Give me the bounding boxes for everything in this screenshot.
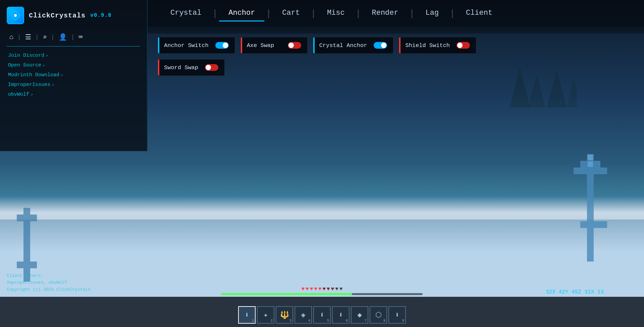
link-improperissues[interactable]: ImproperIssues bbox=[8, 82, 140, 88]
top-nav: Crystal | Anchor | Cart | Misc | Render … bbox=[148, 0, 644, 27]
hotbar-slot-3[interactable]: 🔱3 bbox=[276, 306, 293, 324]
link-discord[interactable]: Join Discord bbox=[8, 53, 140, 58]
sidebar-icon-user[interactable]: 👤 bbox=[56, 32, 70, 43]
content-area: Anchor Switch Axe Swap Crystal Anchor Sh… bbox=[148, 27, 644, 327]
toggle-anchor-switch[interactable] bbox=[215, 42, 229, 49]
heart-1: ♥ bbox=[301, 286, 305, 292]
hotbar-slot-6[interactable]: ⬇6 bbox=[332, 306, 350, 324]
hotbar-slot-1[interactable]: ⬇1 bbox=[238, 306, 256, 324]
svg-rect-32 bbox=[23, 248, 30, 255]
app-version: v0.9.8 bbox=[90, 12, 112, 18]
heart-2: ♥ bbox=[306, 286, 309, 292]
toggle-sword-swap[interactable] bbox=[205, 64, 218, 71]
hotbar-slot-8[interactable]: ⬡8 bbox=[370, 306, 387, 324]
sidebar-icon-keyboard[interactable]: ⌨ bbox=[76, 32, 85, 43]
module-name-anchor-switch: Anchor Switch bbox=[164, 42, 209, 49]
module-axe-swap[interactable]: Axe Swap bbox=[240, 37, 308, 54]
svg-rect-24 bbox=[23, 208, 30, 215]
heart-3: ♥ bbox=[310, 286, 313, 292]
module-shield-switch[interactable]: Shield Switch bbox=[399, 37, 476, 54]
xp-fill bbox=[221, 293, 352, 295]
tab-cart[interactable]: Cart bbox=[273, 5, 309, 21]
heart-10: ♥ bbox=[339, 286, 343, 292]
tab-crystal[interactable]: Crystal bbox=[161, 5, 211, 21]
svg-rect-33 bbox=[23, 255, 30, 262]
tab-lag[interactable]: Lag bbox=[416, 5, 448, 21]
hotbar-slot-7[interactable]: ◆7 bbox=[351, 306, 368, 324]
toggle-knob bbox=[206, 65, 211, 70]
sidebar-icon-search[interactable]: ⌕ bbox=[40, 32, 50, 43]
svg-rect-34 bbox=[17, 262, 37, 268]
heart-9: ♥ bbox=[335, 286, 338, 292]
module-name-shield-switch: Shield Switch bbox=[405, 42, 450, 49]
tab-anchor[interactable]: Anchor bbox=[219, 5, 264, 21]
toggle-axe-swap[interactable] bbox=[288, 42, 301, 49]
svg-rect-29 bbox=[23, 228, 30, 235]
hotbar-slot-5[interactable]: ⬇5 bbox=[313, 306, 331, 324]
toggle-knob bbox=[457, 43, 463, 48]
heart-8: ♥ bbox=[331, 286, 334, 292]
footer-owners: ImproperIssues, obvWolf bbox=[7, 279, 91, 286]
sidebar-nav-icons: ⌂ | ☰ | ⌕ | 👤 | ⌨ bbox=[7, 32, 140, 47]
module-anchor-switch[interactable]: Anchor Switch bbox=[158, 37, 235, 54]
toggle-knob bbox=[288, 43, 294, 48]
link-modrinth[interactable]: Modrinth Download bbox=[8, 72, 140, 78]
footer-copyright: Copyright (c) 2023 ClickCrystals bbox=[7, 286, 91, 293]
heart-7: ♥ bbox=[327, 286, 330, 292]
module-name-crystal-anchor: Crystal Anchor bbox=[319, 42, 367, 49]
logo-area: ClickCrystals v0.9.8 bbox=[7, 7, 140, 24]
sidebar-panel: ClickCrystals v0.9.8 ⌂ | ☰ | ⌕ | 👤 | ⌨ J… bbox=[0, 0, 148, 151]
logo-icon bbox=[7, 7, 24, 24]
modules-row-1: Anchor Switch Axe Swap Crystal Anchor Sh… bbox=[158, 37, 634, 54]
tab-client[interactable]: Client bbox=[457, 5, 502, 21]
toggle-shield-switch[interactable] bbox=[457, 42, 470, 49]
module-name-axe-swap: Axe Swap bbox=[247, 42, 274, 49]
modules-row-2: Sword Swap bbox=[158, 59, 634, 76]
module-sword-swap[interactable]: Sword Swap bbox=[158, 59, 225, 76]
tab-render[interactable]: Render bbox=[363, 5, 408, 21]
toggle-crystal-anchor[interactable] bbox=[374, 42, 387, 49]
hud-bars: ♥ ♥ ♥ ♥ ♥ ♥ ♥ ♥ ♥ ♥ bbox=[221, 286, 423, 295]
link-opensource[interactable]: Open Source bbox=[8, 62, 140, 68]
svg-point-44 bbox=[14, 14, 17, 17]
module-name-sword-swap: Sword Swap bbox=[164, 64, 198, 71]
hotbar-slot-4[interactable]: ◈4 bbox=[294, 306, 312, 324]
toggle-knob bbox=[223, 43, 228, 48]
module-crystal-anchor[interactable]: Crystal Anchor bbox=[313, 37, 394, 54]
svg-rect-31 bbox=[23, 241, 30, 248]
heart-5: ♥ bbox=[318, 286, 322, 292]
coords-text: 32X 42Y 45Z 31X 13 bbox=[546, 289, 604, 295]
svg-rect-27 bbox=[30, 215, 37, 221]
hotbar-slot-2[interactable]: ✦2 bbox=[257, 306, 274, 324]
hotbar: ⬇1 ✦2 🔱3 ◈4 ⬇5 ⬇6 ◆7 ⬡8 ⬇9 bbox=[238, 306, 406, 324]
footer-owners-label: Client Owners: bbox=[7, 273, 91, 280]
heart-4: ♥ bbox=[314, 286, 317, 292]
coords-hud: 32X 42Y 45Z 31X 13 bbox=[546, 289, 604, 295]
health-hearts: ♥ ♥ ♥ ♥ ♥ ♥ ♥ ♥ ♥ ♥ bbox=[301, 286, 342, 292]
svg-rect-26 bbox=[23, 215, 30, 221]
sidebar-icon-list[interactable]: ☰ bbox=[22, 32, 34, 43]
sidebar-icon-home[interactable]: ⌂ bbox=[7, 32, 16, 42]
toggle-knob bbox=[381, 43, 386, 48]
hotbar-slot-9[interactable]: ⬇9 bbox=[388, 306, 406, 324]
xp-bar bbox=[221, 293, 423, 295]
app-title: ClickCrystals bbox=[29, 12, 86, 19]
sidebar-links: Join Discord Open Source Modrinth Downlo… bbox=[7, 53, 140, 97]
svg-rect-30 bbox=[23, 235, 30, 241]
link-obvwolf[interactable]: obvWolf bbox=[8, 92, 140, 97]
svg-rect-28 bbox=[23, 221, 30, 228]
footer-text: Client Owners: ImproperIssues, obvWolf C… bbox=[7, 273, 91, 293]
heart-6: ♥ bbox=[323, 286, 326, 292]
tab-misc[interactable]: Misc bbox=[318, 5, 354, 21]
svg-rect-25 bbox=[17, 215, 23, 221]
bottom-bar: ⬇1 ✦2 🔱3 ◈4 ⬇5 ⬇6 ◆7 ⬡8 ⬇9 bbox=[0, 297, 644, 327]
